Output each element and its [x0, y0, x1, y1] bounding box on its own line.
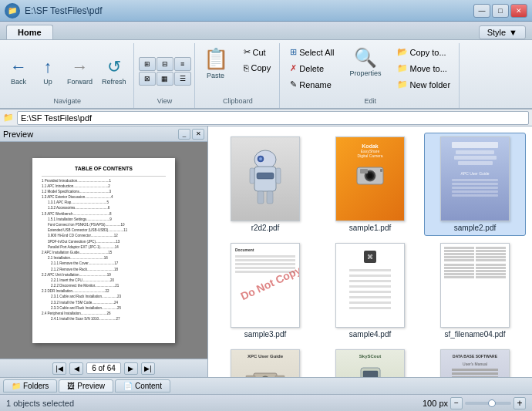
file-item-ss59[interactable]: DATA BASE SOFTWARE User's Manual ss59 ra… — [424, 345, 526, 377]
back-button[interactable]: ← Back — [5, 55, 32, 88]
navigate-buttons: ← Back ↑ Up → Forward ↺ Refresh — [5, 45, 130, 97]
paste-button[interactable]: 📋 Paste — [200, 45, 232, 82]
zoom-value: 100 px — [423, 399, 448, 408]
copy-button[interactable]: ⎘ Copy — [238, 61, 277, 75]
file-thumbnail-sample1: Kodak EasyShare Digital Camera — [335, 136, 405, 221]
up-button[interactable]: ↑ Up — [34, 55, 62, 88]
rename-button[interactable]: ✎ Rename — [285, 77, 339, 92]
address-icon: 📁 — [3, 113, 14, 123]
tab-home[interactable]: Home — [6, 25, 53, 39]
close-button[interactable]: ✕ — [510, 4, 527, 18]
doc-title: TABLE OF CONTENTS — [42, 166, 166, 171]
cut-button[interactable]: ✂ Cut — [238, 45, 277, 59]
content-icon: 📄 — [123, 382, 133, 390]
tab-content[interactable]: 📄 Content — [115, 379, 170, 392]
title-text: E:\SF TestFiles\pdf — [25, 5, 102, 16]
view-btn-1[interactable]: ⊞ — [139, 57, 156, 71]
clipboard-label: Clipboard — [223, 97, 253, 106]
copy-icon: ⎘ — [244, 63, 249, 72]
edit-col1: ⊞ Select All ✗ Delete ✎ Rename — [285, 45, 339, 92]
rename-label: Rename — [299, 80, 332, 89]
file-name-sf04: sf_filename04.pdf — [445, 330, 506, 339]
preview-minimize-btn[interactable]: _ — [178, 129, 190, 140]
status-bar: 1 objects selected 100 px − + — [0, 394, 532, 411]
file-item-skyscout[interactable]: SkySCout by Celestron skyscout.pdf — [319, 345, 421, 377]
file-item-sample4[interactable]: ⌘ sample4.pdf — [319, 239, 421, 342]
newfolder-icon: 📁 — [397, 79, 408, 89]
preview-panel: Preview _ ✕ TABLE OF CONTENTS 1 Provided… — [0, 126, 208, 377]
forward-button[interactable]: → Forward — [63, 55, 96, 88]
title-bar: 📁 E:\SF TestFiles\pdf — □ ✕ — [0, 0, 532, 22]
copy-label: Copy — [251, 63, 271, 72]
delete-button[interactable]: ✗ Delete — [285, 61, 339, 76]
moveto-button[interactable]: 📁 Move to... — [392, 61, 456, 76]
svg-rect-4 — [250, 168, 254, 184]
edit-col2: 📂 Copy to... 📁 Move to... 📁 New folder — [392, 45, 456, 92]
properties-button[interactable]: 🔍 Properties — [345, 45, 385, 79]
refresh-label: Refresh — [102, 78, 126, 86]
file-item-shuttle[interactable]: XPC User Guide shuttle-manual.pdf — [214, 345, 316, 377]
back-icon: ← — [10, 57, 27, 77]
file-thumbnail-skyscout: SkySCout by Celestron — [335, 349, 405, 377]
cut-label: Cut — [253, 48, 266, 57]
up-icon: ↑ — [44, 57, 52, 77]
view-btn-3[interactable]: ≡ — [174, 57, 191, 71]
svg-rect-13 — [360, 169, 368, 173]
newfolder-button[interactable]: 📁 New folder — [392, 77, 456, 92]
file-item-sample2[interactable]: APC User Guide sample2.pdf — [424, 133, 526, 236]
up-label: Up — [43, 78, 52, 86]
file-item-sample3[interactable]: Document Do Not Copy sample3.pdf — [214, 239, 316, 342]
file-name-sample1: sample1.pdf — [349, 224, 391, 232]
properties-icon: 🔍 — [354, 47, 377, 69]
copyto-button[interactable]: 📂 Copy to... — [392, 45, 456, 59]
ribbon: ← Back ↑ Up → Forward ↺ Refresh Navigate… — [0, 40, 532, 109]
file-item-sf04[interactable]: sf_filename04.pdf — [424, 239, 526, 342]
view-btn-4[interactable]: ⊠ — [139, 72, 156, 86]
style-button[interactable]: Style ▼ — [479, 25, 526, 39]
file-name-sample3: sample3.pdf — [244, 330, 286, 339]
zoom-thumb[interactable] — [488, 399, 496, 407]
properties-label: Properties — [349, 69, 381, 77]
file-area: r2d2.pdf Kodak EasyShare Digital Camera — [208, 126, 532, 377]
svg-rect-8 — [257, 173, 274, 179]
status-text: 1 objects selected — [6, 399, 74, 408]
nav-last-btn[interactable]: ▶| — [141, 362, 155, 375]
window-controls: — □ ✕ — [473, 4, 527, 18]
zoom-slider[interactable] — [465, 402, 511, 405]
app-icon: 📁 — [5, 3, 20, 19]
nav-prev-btn[interactable]: ◀ — [69, 362, 83, 375]
tab-preview[interactable]: 🖼 Preview — [59, 379, 113, 392]
preview-close-btn[interactable]: ✕ — [192, 129, 204, 140]
view-group: ⊞ ⊟ ≡ ⊠ ▦ ☰ View — [136, 43, 195, 108]
svg-point-12 — [368, 173, 372, 178]
selectall-button[interactable]: ⊞ Select All — [285, 45, 339, 59]
main-content: Preview _ ✕ TABLE OF CONTENTS 1 Provided… — [0, 126, 532, 377]
edit-label: Edit — [364, 97, 376, 106]
maximize-button[interactable]: □ — [492, 4, 509, 18]
selectall-icon: ⊞ — [290, 47, 297, 57]
zoom-in-button[interactable]: + — [513, 397, 526, 409]
paste-label: Paste — [207, 72, 224, 79]
address-input[interactable] — [17, 111, 529, 125]
view-btn-6[interactable]: ☰ — [174, 72, 191, 86]
rename-icon: ✎ — [290, 79, 297, 89]
minimize-button[interactable]: — — [473, 4, 490, 18]
svg-rect-16 — [246, 376, 255, 377]
skyscout-svg — [349, 360, 392, 377]
file-name-sample4: sample4.pdf — [349, 330, 391, 339]
doc-content: 1 Provided Introduction.................… — [42, 178, 166, 322]
nav-next-btn[interactable]: ▶ — [124, 362, 138, 375]
file-item-sample1[interactable]: Kodak EasyShare Digital Camera — [319, 133, 421, 236]
navigate-group: ← Back ↑ Up → Forward ↺ Refresh Navigate — [2, 43, 134, 108]
refresh-button[interactable]: ↺ Refresh — [98, 55, 130, 88]
cut-copy-stack: ✂ Cut ⎘ Copy — [238, 45, 277, 75]
file-thumbnail-ss59: DATA BASE SOFTWARE User's Manual — [440, 349, 510, 377]
file-item-r2d2[interactable]: r2d2.pdf — [214, 133, 316, 236]
address-bar: 📁 — [0, 109, 532, 126]
zoom-out-button[interactable]: − — [450, 397, 463, 409]
nav-first-btn[interactable]: |◀ — [52, 362, 66, 375]
view-btn-5[interactable]: ▦ — [157, 72, 173, 86]
view-btn-2[interactable]: ⊟ — [157, 57, 173, 71]
preview-tab-icon: 🖼 — [67, 382, 75, 390]
tab-folders[interactable]: 📁 Folders — [3, 379, 57, 392]
